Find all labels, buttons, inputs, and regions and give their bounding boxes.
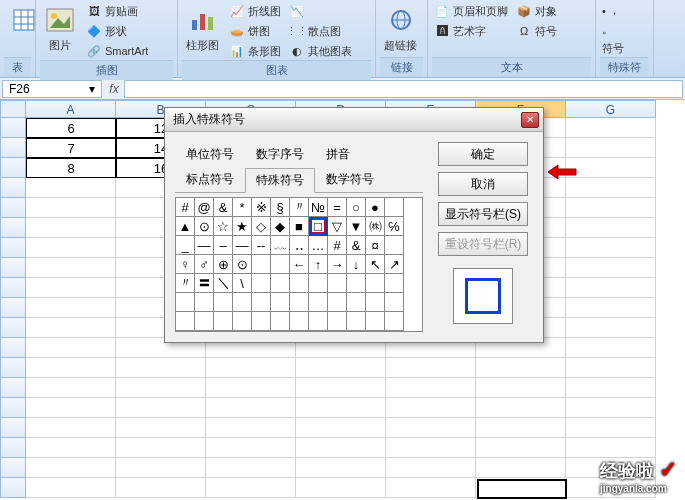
symbol-cell[interactable]: ● <box>366 198 385 217</box>
symbol-cell[interactable]: ♀ <box>176 255 195 274</box>
cell[interactable] <box>26 458 116 478</box>
cell[interactable]: 8 <box>26 158 116 178</box>
symbol-cell[interactable]: ★ <box>233 217 252 236</box>
symbol-cell[interactable]: → <box>328 255 347 274</box>
cell[interactable] <box>386 458 476 478</box>
cell[interactable] <box>116 478 206 498</box>
cell[interactable] <box>26 358 116 378</box>
row-header[interactable] <box>0 378 26 398</box>
symbol-cell[interactable] <box>385 274 404 293</box>
area-chart-button[interactable]: 📉 <box>287 2 354 20</box>
symbol-cell[interactable] <box>195 293 214 312</box>
symbol-cell[interactable]: # <box>328 236 347 255</box>
cell[interactable] <box>566 418 656 438</box>
row-header[interactable] <box>0 438 26 458</box>
dialog-tab[interactable]: 标点符号 <box>175 167 245 192</box>
symbol-cell[interactable]: § <box>271 198 290 217</box>
symbol-cell[interactable]: … <box>309 236 328 255</box>
symbol-cell[interactable]: ※ <box>252 198 271 217</box>
symbol-cell[interactable]: ▼ <box>347 217 366 236</box>
cell[interactable] <box>566 278 656 298</box>
cell[interactable] <box>566 358 656 378</box>
row-header[interactable] <box>0 398 26 418</box>
column-chart-button[interactable]: 柱形图 <box>182 2 223 55</box>
cell[interactable] <box>26 378 116 398</box>
cell[interactable] <box>386 358 476 378</box>
symbol-cell[interactable]: ◇ <box>252 217 271 236</box>
cell[interactable] <box>386 478 476 498</box>
symbol-cell[interactable] <box>366 312 385 331</box>
symbol-cell[interactable] <box>214 293 233 312</box>
symbol-cell[interactable] <box>385 198 404 217</box>
row-header[interactable] <box>0 478 26 498</box>
wordart-button[interactable]: 🅰艺术字 <box>432 22 510 40</box>
symbol-cell[interactable] <box>309 312 328 331</box>
symbol-cell[interactable] <box>176 312 195 331</box>
symbol-cell[interactable]: 〓 <box>195 274 214 293</box>
cell[interactable] <box>476 438 566 458</box>
symbol-cell[interactable]: ↑ <box>309 255 328 274</box>
symbol-cell[interactable]: — <box>195 236 214 255</box>
row-header[interactable] <box>0 358 26 378</box>
show-symbol-bar-button[interactable]: 显示符号栏(S) <box>438 202 528 226</box>
cell[interactable] <box>116 438 206 458</box>
cell[interactable] <box>26 278 116 298</box>
cell[interactable] <box>566 198 656 218</box>
symbol-cell[interactable] <box>271 274 290 293</box>
symbol-cell[interactable] <box>309 274 328 293</box>
cell[interactable] <box>296 378 386 398</box>
row-header[interactable] <box>0 418 26 438</box>
cell[interactable] <box>26 218 116 238</box>
row-header[interactable] <box>0 278 26 298</box>
symbol-cell[interactable] <box>233 312 252 331</box>
cell[interactable] <box>26 398 116 418</box>
clipart-button[interactable]: 🖼剪贴画 <box>84 2 150 20</box>
symbol-cell[interactable] <box>347 293 366 312</box>
cell[interactable] <box>206 438 296 458</box>
cell[interactable] <box>566 218 656 238</box>
cell[interactable]: 7 <box>26 138 116 158</box>
symbol-cell[interactable] <box>290 312 309 331</box>
symbol-cell[interactable] <box>252 293 271 312</box>
smartart-button[interactable]: 🔗SmartArt <box>84 42 150 60</box>
dialog-tab[interactable]: 数学符号 <box>315 167 385 192</box>
symbol-cell[interactable] <box>271 293 290 312</box>
symbol-cell[interactable] <box>347 274 366 293</box>
formula-input[interactable] <box>124 80 683 98</box>
symbol-cell[interactable] <box>385 236 404 255</box>
symbol-cell[interactable]: & <box>347 236 366 255</box>
symbol-cell[interactable] <box>328 312 347 331</box>
other-charts-button[interactable]: ◐其他图表 <box>287 42 354 60</box>
symbol-cell[interactable]: ☆ <box>214 217 233 236</box>
cell[interactable] <box>26 178 116 198</box>
cell[interactable] <box>476 458 566 478</box>
symbol-cell[interactable]: ↗ <box>385 255 404 274</box>
symbol-cell[interactable]: ℅ <box>385 217 404 236</box>
cell[interactable] <box>116 418 206 438</box>
symbol-cell[interactable] <box>385 293 404 312</box>
dialog-close-button[interactable]: ✕ <box>521 112 539 128</box>
select-all-corner[interactable] <box>0 100 26 118</box>
cell[interactable] <box>566 378 656 398</box>
symbol-cell[interactable]: – <box>214 236 233 255</box>
cell[interactable] <box>26 338 116 358</box>
cell[interactable] <box>26 438 116 458</box>
symbol-cell[interactable]: ㈱ <box>366 217 385 236</box>
bar-chart-button[interactable]: 📊条形图 <box>227 42 283 60</box>
cell[interactable] <box>476 418 566 438</box>
symbol-cell[interactable]: ⊕ <box>214 255 233 274</box>
symbol-cell[interactable]: ↓ <box>347 255 366 274</box>
symbol-cell[interactable]: & <box>214 198 233 217</box>
symbol-cell[interactable] <box>176 293 195 312</box>
cell[interactable] <box>566 238 656 258</box>
symbol-cell[interactable]: ♂ <box>195 255 214 274</box>
symbol-cell[interactable] <box>328 293 347 312</box>
cell[interactable] <box>296 458 386 478</box>
symbol-cell[interactable]: ‥ <box>290 236 309 255</box>
cell[interactable] <box>26 238 116 258</box>
cell[interactable] <box>296 398 386 418</box>
symbol-cell[interactable] <box>366 293 385 312</box>
symbol-cell[interactable] <box>271 312 290 331</box>
symbol-cell[interactable] <box>271 255 290 274</box>
scatter-chart-button[interactable]: ⋮⋮散点图 <box>287 22 354 40</box>
